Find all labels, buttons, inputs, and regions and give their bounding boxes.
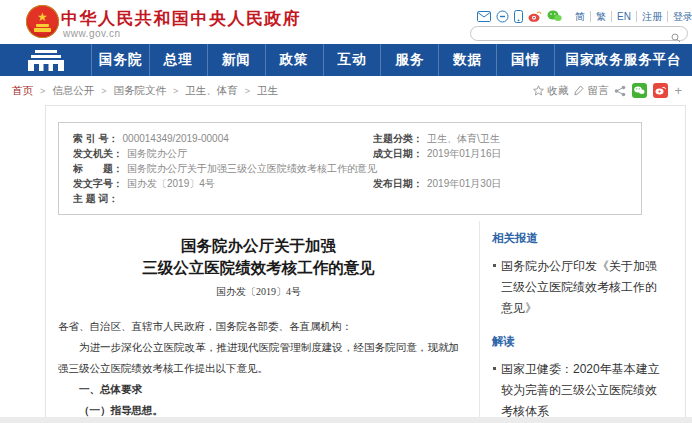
related-report-link[interactable]: 国务院办公厅印发《关于加强三级公立医院绩效考核工作的意见》 [492,256,667,319]
login-link[interactable]: 登录 [668,11,692,22]
nav-item-policy[interactable]: 政策 [266,44,324,76]
breadcrumb-separator: > [101,86,106,96]
pencil-icon [574,85,584,96]
weibo-badge-icon [655,86,666,95]
main-nav: 国务院 总理 新闻 政策 互动 服务 数据 国情 国家政务服务平台 [0,44,692,76]
breadcrumb-health-sports[interactable]: 卫生、体育 [185,84,238,98]
breadcrumb-separator: > [245,86,250,96]
emblem-star-icon: ★ [37,11,48,23]
nav-item-premier[interactable]: 总理 [150,44,208,76]
document-title-line1: 国务院办公厅关于加强 [58,235,459,257]
breadcrumb-home[interactable]: 首页 [12,84,33,98]
register-link[interactable]: 注册 [637,11,668,22]
nav-item-gov-service-platform[interactable]: 国家政务服务平台 [555,44,692,76]
wechat-icon[interactable] [547,10,562,22]
site-title: 中华人民共和国中央人民政府 [61,7,302,30]
document-number: 国办发〔2019〕4号 [58,285,459,299]
meta-title: 标 题： 国务院办公厅关于加强三级公立医院绩效考核工作的意见 [73,161,635,176]
viewport-bottom-strip [0,417,692,423]
weibo-icon[interactable] [528,10,542,22]
meta-publish-date: 发布日期： 2019年01月30日 [373,176,635,191]
language-links: 简 繁 EN 注册 登录 [570,11,692,22]
card-content: 国务院办公厅关于加强 三级公立医院绩效考核工作的意见 国办发〔2019〕4号 各… [46,221,685,423]
share-icon [614,85,626,97]
search-input[interactable] [480,28,665,39]
meta-category: 主题分类： 卫生、体育\卫生 [373,131,635,146]
mail-icon[interactable] [477,11,491,22]
lang-simplified[interactable]: 简 [570,11,591,22]
nav-item-services[interactable]: 服务 [381,44,439,76]
meta-doc-number: 发文字号： 国办发〔2019〕4号 [73,176,373,191]
bullet-icon [493,367,496,370]
header-icon-row: 简 繁 EN 注册 登录 [477,9,692,23]
nav-item-state-council[interactable]: 国务院 [92,44,150,76]
nav-item-data[interactable]: 数据 [439,44,497,76]
related-sidebar: 相关报道 国务院办公厅印发《关于加强三级公立医院绩效考核工作的意见》 解读 国家… [479,221,685,423]
site-url: www.gov.cn [63,28,121,39]
document-title-line2: 三级公立医院绩效考核工作的意见 [58,257,459,279]
search-box [470,26,688,41]
document-meta-table: 索 引 号： 000014349/2019-00004 主题分类： 卫生、体育\… [58,122,642,215]
breadcrumb-state-council-docs[interactable]: 国务院文件 [114,84,167,98]
paragraph-section-1: 一、总体要求 [58,379,459,400]
meta-keywords: 主 题 词： [73,191,635,206]
interpretation-heading: 解读 [492,334,667,349]
message-button[interactable]: 留言 [574,84,608,98]
document-card: 索 引 号： 000014349/2019-00004 主题分类： 卫生、体育\… [45,105,686,423]
more-share-button[interactable]: + [674,84,682,97]
nav-home-gate-icon[interactable] [0,44,92,76]
page-tools: 收藏 留言 + [533,83,682,98]
breadcrumb-separator: > [173,86,178,96]
star-icon [533,85,544,96]
collect-button[interactable]: 收藏 [533,84,568,98]
mobile-icon[interactable] [514,10,523,23]
emblem-gate-icon [36,24,49,27]
breadcrumb-row: 首页 > 信息公开 > 国务院文件 > 卫生、体育 > 卫生 收藏 留言 + [0,76,692,105]
meta-index-no: 索 引 号： 000014349/2019-00004 [73,131,373,146]
document-title: 国务院办公厅关于加强 三级公立医院绩效考核工作的意见 [58,235,459,279]
related-reports-heading: 相关报道 [492,231,667,246]
lang-english[interactable]: EN [612,11,637,22]
breadcrumb-separator: > [40,86,45,96]
emblem-base-icon [34,28,51,32]
nav-item-interaction[interactable]: 互动 [324,44,382,76]
interpretation-link[interactable]: 国家卫健委：2020年基本建立较为完善的三级公立医院绩效考核体系 [492,359,667,422]
document-body: 国务院办公厅关于加强 三级公立医院绩效考核工作的意见 国办发〔2019〕4号 各… [46,221,479,423]
weibo-share-button[interactable] [653,83,668,98]
message-label: 留言 [587,84,608,98]
national-emblem-icon: ★ [26,5,59,38]
site-header: ★ 中华人民共和国中央人民政府 www.gov.cn 简 繁 EN 注册 登录 [0,0,692,44]
client-icon[interactable] [496,10,509,23]
nav-item-national-conditions[interactable]: 国情 [497,44,555,76]
wechat-share-button[interactable] [632,83,647,98]
wechat-badge-icon [634,86,645,95]
breadcrumb-info-disclosure[interactable]: 信息公开 [52,84,94,98]
document-paragraphs: 各省、自治区、直辖市人民政府，国务院各部委、各直属机构： 为进一步深化公立医院改… [58,316,459,423]
meta-written-date: 成文日期： 2019年01月16日 [373,146,635,161]
bullet-icon [493,264,496,267]
meta-issuing-agency: 发文机关： 国务院办公厅 [73,146,373,161]
breadcrumb-health[interactable]: 卫生 [257,84,278,98]
paragraph-salutation: 各省、自治区、直辖市人民政府，国务院各部委、各直属机构： [58,316,459,337]
paragraph-intro: 为进一步深化公立医院改革，推进现代医院管理制度建设，经国务院同意，现就加强三级公… [58,337,459,379]
collect-label: 收藏 [547,84,568,98]
nav-item-news[interactable]: 新闻 [208,44,266,76]
share-button[interactable] [614,85,626,97]
lang-traditional[interactable]: 繁 [591,11,612,22]
